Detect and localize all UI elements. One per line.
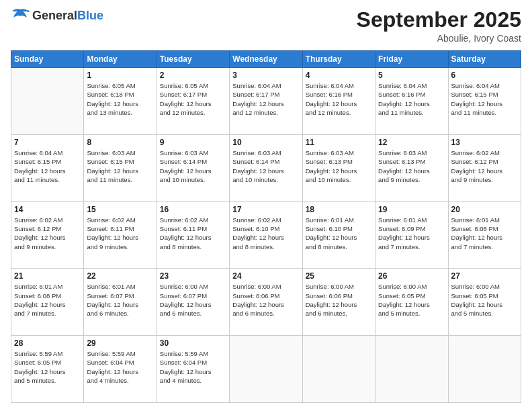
daylight-line2: and 12 minutes.	[160, 108, 226, 117]
daylight-line1: Daylight: 12 hours	[87, 300, 153, 309]
daylight-line2: and 9 minutes.	[378, 175, 445, 184]
sunset-text: Sunset: 6:13 PM	[378, 157, 445, 166]
daylight-line1: Daylight: 12 hours	[378, 300, 445, 309]
table-row	[448, 336, 521, 403]
day-info: Sunrise: 6:03 AMSunset: 6:14 PMDaylight:…	[160, 148, 226, 184]
sunrise-text: Sunrise: 6:04 AM	[451, 81, 518, 90]
daylight-line2: and 6 minutes.	[232, 309, 299, 318]
daylight-line1: Daylight: 12 hours	[232, 233, 299, 242]
table-row: 19Sunrise: 6:01 AMSunset: 6:09 PMDayligh…	[375, 201, 448, 269]
day-number: 28	[14, 338, 81, 348]
day-info: Sunrise: 6:01 AMSunset: 6:08 PMDaylight:…	[451, 216, 518, 251]
daylight-line1: Daylight: 12 hours	[306, 300, 372, 309]
day-number: 25	[306, 271, 372, 281]
daylight-line1: Daylight: 12 hours	[378, 167, 445, 175]
sunset-text: Sunset: 6:10 PM	[306, 224, 372, 233]
daylight-line2: and 6 minutes.	[306, 309, 372, 318]
daylight-line2: and 8 minutes.	[232, 242, 299, 251]
daylight-line1: Daylight: 12 hours	[14, 167, 81, 175]
table-row: 18Sunrise: 6:01 AMSunset: 6:10 PMDayligh…	[302, 201, 375, 269]
day-info: Sunrise: 6:03 AMSunset: 6:14 PMDaylight:…	[232, 148, 299, 184]
sunset-text: Sunset: 6:05 PM	[451, 291, 518, 300]
calendar-week-row: 14Sunrise: 6:02 AMSunset: 6:12 PMDayligh…	[11, 201, 521, 269]
sunrise-text: Sunrise: 6:02 AM	[232, 216, 299, 224]
day-info: Sunrise: 6:01 AMSunset: 6:09 PMDaylight:…	[378, 216, 445, 251]
day-info: Sunrise: 6:04 AMSunset: 6:15 PMDaylight:…	[14, 148, 81, 184]
daylight-line1: Daylight: 12 hours	[160, 233, 226, 242]
day-info: Sunrise: 5:59 AMSunset: 6:04 PMDaylight:…	[160, 349, 226, 385]
table-row: 26Sunrise: 6:00 AMSunset: 6:05 PMDayligh…	[375, 269, 448, 336]
daylight-line1: Daylight: 12 hours	[14, 300, 81, 309]
day-info: Sunrise: 6:02 AMSunset: 6:11 PMDaylight:…	[160, 216, 226, 251]
sunrise-text: Sunrise: 6:03 AM	[87, 148, 153, 157]
col-friday: Friday	[375, 51, 448, 68]
day-number: 22	[87, 271, 153, 281]
day-number: 12	[378, 138, 445, 147]
daylight-line2: and 4 minutes.	[87, 376, 153, 385]
day-number: 18	[306, 205, 372, 214]
daylight-line1: Daylight: 12 hours	[232, 167, 299, 175]
day-number: 21	[14, 271, 81, 281]
location-subtitle: Aboulie, Ivory Coast	[357, 33, 521, 44]
day-info: Sunrise: 6:05 AMSunset: 6:17 PMDaylight:…	[160, 81, 226, 117]
day-number: 2	[160, 71, 226, 80]
sunset-text: Sunset: 6:08 PM	[451, 224, 518, 233]
col-monday: Monday	[84, 51, 157, 68]
table-row: 27Sunrise: 6:00 AMSunset: 6:05 PMDayligh…	[448, 269, 521, 336]
sunset-text: Sunset: 6:06 PM	[232, 291, 299, 300]
sunset-text: Sunset: 6:04 PM	[87, 358, 153, 367]
sunrise-text: Sunrise: 6:01 AM	[14, 282, 81, 291]
sunrise-text: Sunrise: 6:04 AM	[232, 81, 299, 90]
day-number: 6	[451, 71, 518, 80]
daylight-line2: and 6 minutes.	[87, 309, 153, 318]
daylight-line2: and 6 minutes.	[160, 309, 226, 318]
sunrise-text: Sunrise: 6:02 AM	[451, 148, 518, 157]
title-block: September 2025 Aboulie, Ivory Coast	[357, 8, 521, 44]
sunset-text: Sunset: 6:05 PM	[14, 358, 81, 367]
col-wednesday: Wednesday	[230, 51, 302, 68]
daylight-line2: and 9 minutes.	[451, 175, 518, 184]
day-number: 8	[87, 138, 153, 147]
day-info: Sunrise: 5:59 AMSunset: 6:04 PMDaylight:…	[87, 349, 153, 385]
table-row	[11, 68, 84, 135]
day-number: 16	[160, 205, 226, 214]
table-row: 28Sunrise: 5:59 AMSunset: 6:05 PMDayligh…	[11, 336, 84, 403]
table-row	[375, 336, 448, 403]
sunrise-text: Sunrise: 6:01 AM	[378, 216, 445, 224]
day-number: 14	[14, 205, 81, 214]
day-info: Sunrise: 6:00 AMSunset: 6:07 PMDaylight:…	[160, 282, 226, 318]
table-row: 7Sunrise: 6:04 AMSunset: 6:15 PMDaylight…	[11, 134, 84, 201]
day-info: Sunrise: 6:02 AMSunset: 6:10 PMDaylight:…	[232, 216, 299, 251]
sunrise-text: Sunrise: 6:04 AM	[14, 148, 81, 157]
day-number: 3	[232, 71, 299, 80]
month-title: September 2025	[357, 8, 521, 32]
sunrise-text: Sunrise: 6:00 AM	[232, 282, 299, 291]
calendar-header-row: Sunday Monday Tuesday Wednesday Thursday…	[11, 51, 521, 68]
table-row: 20Sunrise: 6:01 AMSunset: 6:08 PMDayligh…	[448, 201, 521, 269]
sunset-text: Sunset: 6:14 PM	[232, 157, 299, 166]
table-row: 25Sunrise: 6:00 AMSunset: 6:06 PMDayligh…	[302, 269, 375, 336]
table-row: 30Sunrise: 5:59 AMSunset: 6:04 PMDayligh…	[157, 336, 229, 403]
day-number: 10	[232, 138, 299, 147]
daylight-line2: and 8 minutes.	[160, 242, 226, 251]
daylight-line2: and 10 minutes.	[306, 175, 372, 184]
calendar-week-row: 21Sunrise: 6:01 AMSunset: 6:08 PMDayligh…	[11, 269, 521, 336]
table-row: 5Sunrise: 6:04 AMSunset: 6:16 PMDaylight…	[375, 68, 448, 135]
sunrise-text: Sunrise: 6:00 AM	[306, 282, 372, 291]
table-row: 14Sunrise: 6:02 AMSunset: 6:12 PMDayligh…	[11, 201, 84, 269]
day-number: 20	[451, 205, 518, 214]
sunset-text: Sunset: 6:15 PM	[14, 157, 81, 166]
col-saturday: Saturday	[448, 51, 521, 68]
daylight-line2: and 5 minutes.	[451, 309, 518, 318]
day-number: 9	[160, 138, 226, 147]
day-number: 24	[232, 271, 299, 281]
table-row: 24Sunrise: 6:00 AMSunset: 6:06 PMDayligh…	[230, 269, 302, 336]
daylight-line1: Daylight: 12 hours	[14, 367, 81, 376]
calendar-week-row: 7Sunrise: 6:04 AMSunset: 6:15 PMDaylight…	[11, 134, 521, 201]
sunrise-text: Sunrise: 6:01 AM	[87, 282, 153, 291]
table-row: 12Sunrise: 6:03 AMSunset: 6:13 PMDayligh…	[375, 134, 448, 201]
day-number: 29	[87, 338, 153, 348]
table-row: 2Sunrise: 6:05 AMSunset: 6:17 PMDaylight…	[157, 68, 229, 135]
header: GeneralBlue September 2025 Aboulie, Ivor…	[11, 8, 521, 44]
calendar-table: Sunday Monday Tuesday Wednesday Thursday…	[11, 50, 521, 403]
